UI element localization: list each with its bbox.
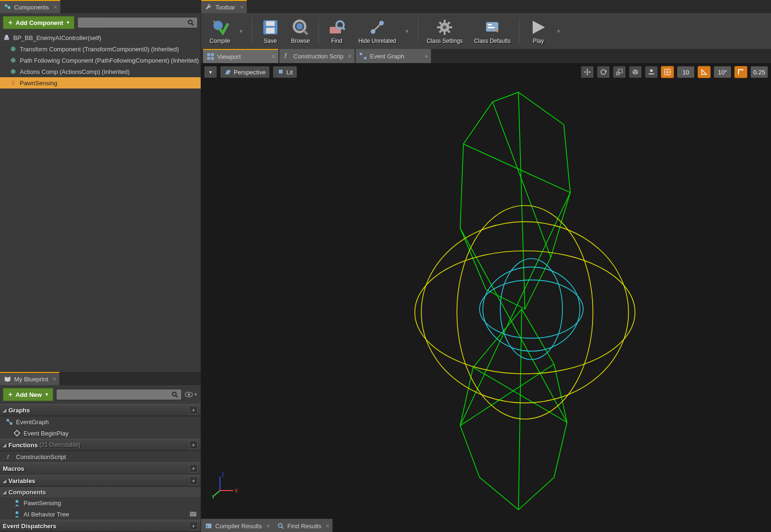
viewport-3d[interactable]: [201, 63, 771, 532]
tab-components[interactable]: Components ✕: [0, 0, 60, 13]
perspective-dropdown[interactable]: Perspective: [220, 66, 270, 78]
hide-unrelated-icon: [368, 18, 387, 37]
add-variable-button[interactable]: +: [189, 476, 198, 485]
add-macro-button[interactable]: +: [189, 464, 198, 473]
add-function-button[interactable]: +: [189, 441, 198, 449]
axis-gizmo: X Y Z: [211, 472, 239, 500]
tab-my-blueprint[interactable]: My Blueprint ✕: [0, 372, 59, 385]
scale-mode-button[interactable]: [613, 66, 626, 78]
event-item[interactable]: Event BeginPlay: [0, 427, 201, 439]
tab-event-graph-label: Event Graph: [370, 53, 404, 60]
close-icon[interactable]: ✕: [240, 4, 244, 10]
scale-snap-value[interactable]: 0.25: [750, 66, 768, 78]
components-search[interactable]: [77, 17, 198, 28]
svg-rect-49: [211, 57, 214, 60]
compile-label: Compile: [210, 38, 230, 44]
close-icon[interactable]: ✕: [266, 523, 270, 529]
plus-icon[interactable]: +: [424, 52, 428, 60]
envelope-icon[interactable]: [189, 511, 197, 517]
graph-item[interactable]: EventGraph: [0, 416, 201, 427]
svg-point-19: [16, 511, 18, 514]
tree-item-selected[interactable]: PawnSensing: [0, 77, 201, 89]
svg-line-62: [460, 193, 570, 426]
section-macros[interactable]: Macros +: [0, 462, 201, 475]
tab-viewport[interactable]: Viewport ✕: [203, 49, 278, 63]
expand-arrow-icon: ◢: [3, 408, 7, 413]
svg-point-66: [479, 280, 583, 339]
svg-rect-46: [207, 53, 210, 56]
browse-icon: [291, 18, 310, 37]
class-defaults-button[interactable]: Class Defaults: [470, 16, 515, 46]
tab-toolbar[interactable]: Toolbar ✕: [201, 0, 247, 13]
close-icon[interactable]: ✕: [348, 53, 352, 59]
surface-snap-button[interactable]: [645, 66, 658, 78]
variable-item[interactable]: AI Behavior Tree: [0, 508, 201, 520]
variables-subheader[interactable]: ◢ Components: [0, 487, 201, 497]
section-variables[interactable]: ◢ Variables +: [0, 475, 201, 487]
svg-line-30: [343, 28, 345, 30]
plus-icon: ＋: [7, 18, 14, 27]
chevron-down-icon[interactable]: ▼: [235, 29, 247, 34]
close-icon[interactable]: ✕: [271, 54, 276, 60]
tree-item[interactable]: Path Following Component (PathFollowingC…: [0, 55, 201, 66]
save-button[interactable]: Save: [256, 16, 284, 46]
tab-event-graph[interactable]: Event Graph +: [356, 49, 431, 63]
grid-snap-button[interactable]: [661, 66, 674, 78]
section-functions[interactable]: ◢ Functions (21 Overridable) +: [0, 439, 201, 451]
angle-snap-button[interactable]: [698, 66, 711, 78]
variable-item[interactable]: PawnSensing: [0, 497, 201, 508]
component-icon: [9, 68, 17, 75]
viewport-options-dropdown[interactable]: ▼: [204, 66, 217, 78]
tab-compiler-results[interactable]: Compiler Results ✕: [201, 519, 273, 532]
svg-rect-15: [10, 422, 12, 425]
tree-root[interactable]: BP_BB_EnemyAIController(self): [0, 32, 201, 43]
hide-unrelated-button[interactable]: Hide Unrelated: [354, 16, 401, 46]
coordinate-space-button[interactable]: [629, 66, 642, 78]
svg-point-73: [278, 524, 282, 527]
function-item[interactable]: f ConstructionScript: [0, 451, 201, 462]
browse-button[interactable]: Browse: [286, 16, 315, 46]
translate-mode-button[interactable]: [581, 66, 594, 78]
svg-rect-57: [618, 69, 622, 73]
close-icon[interactable]: ✕: [52, 376, 57, 382]
scale-snap-button[interactable]: [734, 66, 747, 78]
close-icon[interactable]: ✕: [53, 4, 57, 10]
close-icon[interactable]: ✕: [325, 523, 330, 529]
tab-construction-script[interactable]: f Construction Scrip ✕: [279, 49, 355, 63]
find-button[interactable]: Find: [323, 16, 351, 46]
section-graphs[interactable]: ◢ Graphs +: [0, 404, 201, 416]
move-icon: [584, 68, 591, 76]
chevron-down-icon[interactable]: ▼: [401, 29, 413, 34]
add-component-button[interactable]: ＋ Add Component ▼: [3, 16, 74, 29]
grid-icon: [664, 68, 671, 76]
scale-icon: [616, 68, 623, 76]
myblueprint-search[interactable]: [56, 389, 182, 400]
scale-snap-icon: [737, 68, 745, 76]
component-tree: BP_BB_EnemyAIController(self) Transform …: [0, 32, 201, 89]
section-macros-label: Macros: [3, 465, 24, 472]
search-input[interactable]: [81, 19, 187, 26]
section-dispatchers[interactable]: Event Dispatchers +: [0, 520, 201, 532]
add-dispatcher-button[interactable]: +: [189, 522, 198, 530]
play-button[interactable]: Play: [524, 16, 552, 46]
variables-subheader-label: Components: [8, 489, 46, 496]
tab-find-results[interactable]: Find Results ✕: [273, 519, 333, 532]
lit-dropdown[interactable]: Lit: [273, 66, 297, 78]
chevron-down-icon[interactable]: ▼: [552, 29, 565, 34]
add-new-button[interactable]: ＋ Add New ▼: [3, 388, 53, 401]
class-settings-button[interactable]: Class Settings: [422, 16, 468, 46]
svg-point-18: [16, 500, 18, 503]
tree-item[interactable]: Actions Comp (ActionsComp) (Inherited): [0, 66, 201, 77]
cube-icon: [632, 68, 639, 76]
angle-snap-value[interactable]: 10°: [714, 66, 731, 78]
compile-button[interactable]: Compile: [205, 16, 235, 46]
svg-line-39: [439, 22, 441, 24]
grid-snap-value[interactable]: 10: [677, 66, 695, 78]
visibility-dropdown[interactable]: ▼: [185, 389, 198, 400]
svg-line-11: [176, 395, 178, 397]
add-graph-button[interactable]: +: [189, 406, 198, 414]
tree-item[interactable]: Transform Component (TransformComponent0…: [0, 43, 201, 55]
search-input[interactable]: [59, 391, 171, 398]
rotate-mode-button[interactable]: [597, 66, 610, 78]
svg-point-5: [5, 35, 8, 38]
